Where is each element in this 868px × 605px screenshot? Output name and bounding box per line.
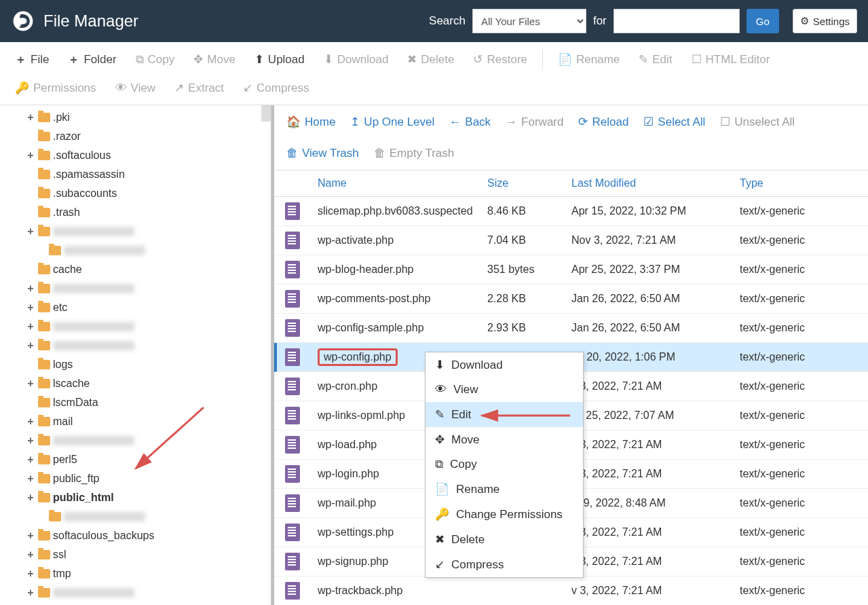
unselect-all-button[interactable]: ☐Unselect All — [719, 112, 796, 132]
tree-item[interactable]: +tmp — [7, 564, 271, 583]
context-menu-label: Delete — [451, 533, 485, 547]
restore-button[interactable]: ↺Restore — [465, 47, 535, 72]
table-row[interactable]: wp-activate.php7.04 KBNov 3, 2022, 7:21 … — [274, 226, 868, 255]
up-one-level-button[interactable]: ↥Up One Level — [349, 112, 436, 132]
context-menu-item[interactable]: ✖Delete — [426, 527, 583, 552]
tree-expander[interactable]: + — [26, 492, 35, 504]
tree-expander[interactable]: + — [26, 320, 35, 333]
tree-item[interactable]: logs — [7, 355, 271, 374]
tree-item[interactable]: + — [7, 583, 271, 602]
tree-item[interactable]: +.softaculous — [7, 146, 271, 165]
delete-button[interactable]: ✖Delete — [399, 47, 462, 72]
search-input[interactable] — [614, 9, 740, 33]
tree-item[interactable]: .razor — [7, 127, 271, 146]
context-menu-item[interactable]: 📄Rename — [426, 477, 583, 502]
table-row[interactable]: wp-config-sample.php2.93 KBJan 26, 2022,… — [274, 314, 868, 343]
tree-item[interactable]: +ssl — [7, 545, 271, 564]
column-type[interactable]: Type — [740, 177, 857, 189]
file-button[interactable]: ＋File — [7, 46, 57, 73]
context-menu-item[interactable]: 👁View — [426, 378, 583, 402]
tree-expander[interactable]: + — [26, 530, 35, 542]
folder-button[interactable]: ＋Folder — [60, 46, 124, 73]
reload-button[interactable]: ⟳Reload — [577, 112, 630, 132]
tree-item[interactable]: + — [7, 279, 271, 298]
tree-expander[interactable]: + — [26, 301, 35, 314]
tree-item[interactable]: +perl5 — [7, 450, 271, 469]
tree-item[interactable]: + — [7, 336, 271, 355]
table-row[interactable]: slicemap.php.bv6083.suspected8.46 KBApr … — [274, 197, 868, 226]
context-menu-item[interactable]: ⬇Download — [426, 352, 583, 378]
pencil-icon: ✎ — [639, 52, 648, 67]
tree-item[interactable] — [7, 241, 271, 260]
tree-expander[interactable]: + — [26, 416, 35, 428]
tree-expander[interactable]: + — [26, 111, 35, 124]
tree-label — [53, 341, 134, 350]
tree-item[interactable] — [7, 507, 271, 526]
rename-icon: 📄 — [558, 52, 572, 67]
select-all-button[interactable]: ☑Select All — [642, 112, 706, 132]
context-menu-item[interactable]: 🔑Change Permissions — [426, 502, 583, 527]
column-name[interactable]: Name — [318, 177, 487, 189]
tree-expander[interactable]: + — [26, 149, 35, 162]
tree-item[interactable]: .subaccounts — [7, 184, 271, 203]
file-icon: 📄 — [435, 482, 449, 496]
permissions-button[interactable]: 🔑Permissions — [7, 75, 105, 100]
compress-icon: ↙ — [243, 81, 252, 95]
move-button[interactable]: ✥Move — [185, 47, 244, 72]
edit-button[interactable]: ✎Edit — [630, 47, 680, 72]
download-button[interactable]: ⬇Download — [316, 47, 397, 72]
tree-item[interactable]: +public_html — [7, 488, 271, 507]
tree-expander[interactable]: + — [26, 225, 35, 238]
empty-trash-button[interactable]: 🗑Empty Trash — [373, 144, 455, 163]
tree-expander[interactable]: + — [26, 340, 35, 352]
tree-item[interactable]: +public_ftp — [7, 469, 271, 488]
scrollbar-handle[interactable] — [261, 105, 271, 122]
settings-button[interactable]: ⚙ Settings — [793, 9, 857, 33]
tree-expander[interactable]: + — [26, 454, 35, 466]
table-row[interactable]: wp-trackback.phpv 3, 2022, 7:21 AMtext/x… — [274, 576, 868, 605]
table-row[interactable]: wp-comments-post.php2.28 KBJan 26, 2022,… — [274, 285, 868, 314]
copy-button[interactable]: ⧉Copy — [128, 48, 183, 72]
tree-item[interactable]: lscmData — [7, 393, 271, 412]
forward-button[interactable]: →Forward — [504, 113, 565, 132]
tree-item[interactable]: +lscache — [7, 374, 271, 393]
tree-item[interactable]: +softaculous_backups — [7, 526, 271, 545]
column-modified[interactable]: Last Modified — [571, 177, 740, 189]
tree-expander[interactable]: + — [26, 568, 35, 580]
column-size[interactable]: Size — [487, 177, 571, 189]
tree-item[interactable]: + — [7, 431, 271, 450]
tree-expander[interactable]: + — [26, 282, 35, 295]
upload-button[interactable]: ⬆Upload — [246, 47, 313, 72]
tree-item[interactable]: +.pki — [7, 108, 271, 127]
back-button[interactable]: ←Back — [448, 113, 492, 132]
tree-item[interactable]: + — [7, 317, 271, 336]
compress-button[interactable]: ↙Compress — [235, 75, 317, 100]
context-menu-item[interactable]: ✥Move — [426, 427, 583, 452]
context-menu-item[interactable]: ⧉Copy — [426, 452, 583, 477]
tree-expander[interactable]: + — [26, 435, 35, 447]
folder-icon — [38, 227, 50, 236]
table-row[interactable]: wp-blog-header.php351 bytesApr 25, 2022,… — [274, 255, 868, 285]
view-button[interactable]: 👁View — [107, 76, 164, 100]
rename-button[interactable]: 📄Rename — [550, 47, 628, 72]
tree-expander[interactable]: + — [26, 549, 35, 561]
tree-expander[interactable]: + — [26, 378, 35, 390]
tree-item[interactable]: .spamassassin — [7, 165, 271, 184]
home-icon: 🏠 — [286, 115, 301, 129]
context-menu-item[interactable]: ↙Compress — [426, 552, 583, 577]
extract-button[interactable]: ↗Extract — [166, 75, 232, 100]
go-button[interactable]: Go — [747, 9, 779, 33]
home-button[interactable]: 🏠Home — [285, 112, 337, 132]
tree-expander[interactable]: + — [26, 587, 35, 599]
tree-item[interactable]: +etc — [7, 298, 271, 317]
tree-item[interactable]: +mail — [7, 412, 271, 431]
html-editor-button[interactable]: ☐HTML Editor — [683, 47, 778, 72]
tree-item[interactable]: + — [7, 222, 271, 241]
tree-item[interactable]: .trash — [7, 203, 271, 222]
tree-item[interactable]: cache — [7, 260, 271, 279]
search-scope-select[interactable]: All Your Files — [472, 9, 586, 33]
tree-expander[interactable]: + — [26, 473, 35, 485]
context-menu-item[interactable]: ✎Edit — [426, 402, 583, 427]
file-name: wp-comments-post.php — [318, 293, 487, 305]
view-trash-button[interactable]: 🗑View Trash — [285, 144, 360, 163]
